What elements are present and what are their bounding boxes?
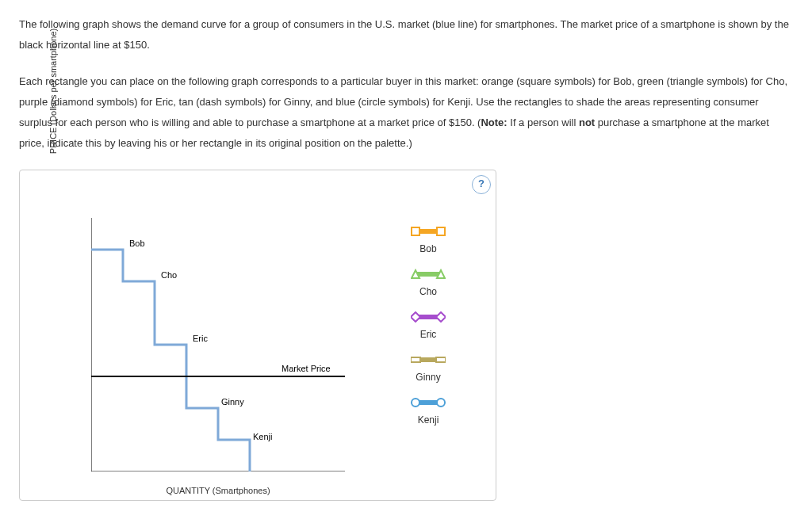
swatch-label-kenji: Kenji bbox=[418, 414, 439, 426]
swatch-palette: Bob Cho Eric Ginny Kenji bbox=[385, 226, 472, 437]
step-label-cho: Cho bbox=[161, 270, 177, 280]
triangle-icon bbox=[412, 270, 419, 278]
swatch-eric[interactable] bbox=[411, 311, 446, 323]
intro-text-1: The following graph shows the demand cur… bbox=[19, 18, 789, 51]
help-button[interactable]: ? bbox=[472, 175, 491, 194]
x-axis-label: QUANTITY (Smartphones) bbox=[91, 486, 345, 495]
step-label-bob: Bob bbox=[129, 239, 145, 248]
dash-icon bbox=[436, 357, 446, 362]
dash-icon bbox=[411, 357, 420, 362]
diamond-icon bbox=[436, 312, 446, 322]
step-label-ginny: Ginny bbox=[221, 397, 244, 407]
swatch-kenji[interactable] bbox=[411, 397, 446, 408]
swatch-label-ginny: Ginny bbox=[416, 372, 440, 383]
task-paragraph: Each rectangle you can place on the foll… bbox=[19, 71, 793, 154]
y-axis-label: PRICE (Dollars per smartphone) bbox=[48, 0, 58, 218]
note-label: Note: bbox=[481, 116, 507, 128]
intro-paragraph: The following graph shows the demand cur… bbox=[19, 14, 793, 55]
market-price-label: Market Price bbox=[282, 364, 331, 373]
chart-plot-area[interactable]: 0 50 100 150 200 250 300 350 400 0 1 2 3… bbox=[91, 218, 345, 471]
swatch-label-eric: Eric bbox=[420, 329, 437, 340]
demand-curve bbox=[91, 250, 250, 471]
square-icon bbox=[437, 227, 445, 235]
step-label-kenji: Kenji bbox=[253, 432, 272, 441]
swatch-label-bob: Bob bbox=[419, 243, 436, 254]
graph-container: ? PRICE (Dollars per smartphone) 0 50 10… bbox=[19, 170, 496, 501]
triangle-icon bbox=[437, 270, 445, 278]
swatch-ginny[interactable] bbox=[411, 354, 446, 365]
swatch-bob[interactable] bbox=[411, 226, 446, 237]
task-text-b: If a person will bbox=[508, 116, 579, 128]
square-icon bbox=[412, 227, 419, 235]
swatch-cho[interactable] bbox=[411, 269, 446, 280]
not-label: not bbox=[579, 116, 595, 128]
svg-rect-37 bbox=[416, 272, 441, 277]
step-label-eric: Eric bbox=[193, 334, 208, 343]
circle-icon bbox=[437, 399, 445, 407]
diamond-icon bbox=[411, 312, 420, 322]
circle-icon bbox=[412, 399, 419, 407]
swatch-label-cho: Cho bbox=[419, 286, 437, 297]
help-icon: ? bbox=[478, 178, 485, 189]
